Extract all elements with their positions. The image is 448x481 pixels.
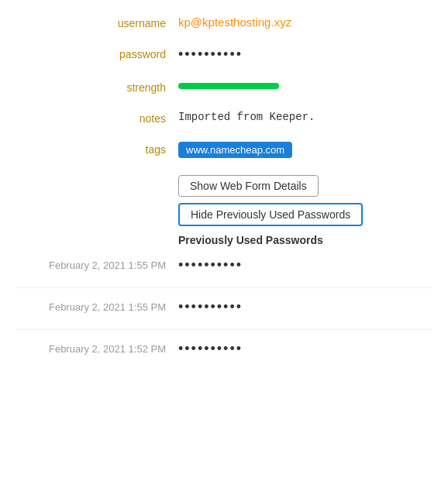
username-label: username <box>16 15 178 29</box>
password-row: password •••••••••• <box>0 46 448 63</box>
main-container: username kp@kptesthosting.xyz password •… <box>0 0 448 387</box>
divider-2 <box>16 329 432 330</box>
previously-used-header: Previously Used Passwords <box>163 234 448 246</box>
prev-password-row-1: February 2, 2021 1:55 PM •••••••••• <box>0 257 448 273</box>
username-value: kp@kptesthosting.xyz <box>178 15 432 29</box>
password-value: •••••••••• <box>178 46 432 63</box>
prev-password-row-3: February 2, 2021 1:52 PM •••••••••• <box>0 341 448 357</box>
hide-passwords-button[interactable]: Hide Previously Used Passwords <box>178 203 363 226</box>
tag-badge[interactable]: www.namecheap.com <box>178 142 292 158</box>
tags-value: www.namecheap.com <box>178 142 432 158</box>
notes-value: Imported from Keeper. <box>178 111 432 123</box>
strength-bar-container <box>178 80 279 89</box>
strength-label: strength <box>16 80 178 94</box>
notes-row: notes Imported from Keeper. <box>0 111 448 125</box>
prev-password-date-2: February 2, 2021 1:55 PM <box>16 301 178 313</box>
strength-row: strength <box>0 80 448 94</box>
prev-password-date-1: February 2, 2021 1:55 PM <box>16 259 178 271</box>
notes-label: notes <box>16 111 178 125</box>
show-web-form-button[interactable]: Show Web Form Details <box>178 175 319 197</box>
prev-password-dots-3: •••••••••• <box>178 341 243 357</box>
tags-row: tags www.namecheap.com <box>0 142 448 158</box>
username-row: username kp@kptesthosting.xyz <box>0 15 448 29</box>
strength-bar <box>178 83 279 89</box>
password-label: password <box>16 46 178 60</box>
prev-password-row-2: February 2, 2021 1:55 PM •••••••••• <box>0 299 448 315</box>
prev-password-dots-2: •••••••••• <box>178 299 243 315</box>
divider-1 <box>16 287 432 288</box>
prev-password-dots-1: •••••••••• <box>178 257 243 273</box>
prev-password-date-3: February 2, 2021 1:52 PM <box>16 343 178 355</box>
tags-label: tags <box>16 142 178 156</box>
buttons-section: Show Web Form Details Hide Previously Us… <box>163 175 448 226</box>
